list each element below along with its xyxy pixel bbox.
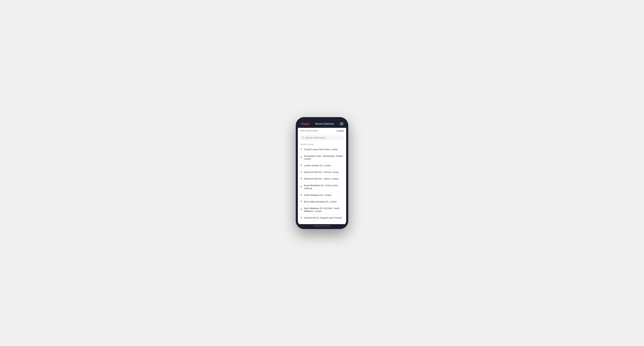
list-item[interactable]: Roehampton Club - Roehampton, Greater Lo… — [298, 153, 346, 163]
course-name: Dukes Meadows GC, London — [304, 194, 332, 197]
list-item[interactable]: Brent Valley Municipal GC, London — [298, 199, 346, 205]
list-item[interactable]: Central London Golf Centre, London — [298, 146, 346, 153]
course-name: Central London Golf Centre, London — [304, 148, 338, 151]
course-name: North Middlesex GC (1011942 - North Midd… — [304, 207, 344, 213]
search-input-wrapper[interactable] — [300, 135, 344, 140]
nearby-courses-section: Nearby courses Central London Golf Centr… — [298, 142, 346, 224]
location-pin-icon — [300, 171, 302, 174]
home-indicator-bar — [313, 225, 331, 226]
header-title: Recent Searches — [315, 122, 334, 125]
search-input[interactable] — [305, 136, 342, 139]
nearby-section-label: Nearby courses — [298, 142, 346, 146]
hamburger-menu-icon[interactable] — [340, 123, 343, 125]
list-item[interactable]: Royal Wimbledon GC, Great London Authori… — [298, 182, 346, 192]
list-item[interactable]: London Scottish GC, London — [298, 163, 346, 169]
course-name: Richmond Park GC - Duke's, London — [304, 177, 338, 180]
location-pin-icon — [300, 156, 302, 159]
location-pin-icon — [300, 200, 302, 203]
location-pin-icon — [300, 185, 302, 188]
course-name: Royal Wimbledon GC, Great London Authori… — [304, 184, 344, 190]
list-item[interactable]: Richmond Park GC - Duke's, London — [298, 176, 346, 182]
course-name: Coombe Hill GC, Kingston upon Thames — [304, 216, 342, 219]
phone-device: clippd Recent Searches Find a Golf Cours… — [296, 117, 348, 229]
find-bar: Find a Golf Course Cancel — [298, 128, 346, 134]
home-indicator-area — [298, 224, 346, 227]
course-name: Richmond Park GC - Prince's, Surrey — [304, 171, 339, 174]
app-logo: clippd — [301, 122, 310, 126]
location-pin-icon — [300, 208, 302, 211]
content-area: Find a Golf Course Cancel Nearby — [298, 128, 346, 224]
location-pin-icon — [300, 194, 302, 197]
list-item[interactable]: Richmond Park GC - Prince's, Surrey — [298, 169, 346, 176]
find-label: Find a Golf Course — [300, 130, 318, 132]
phone-screen: clippd Recent Searches Find a Golf Cours… — [298, 119, 346, 227]
location-pin-icon — [300, 216, 302, 219]
search-icon — [302, 136, 304, 139]
course-name: London Scottish GC, London — [304, 164, 331, 167]
location-pin-icon — [300, 177, 302, 180]
location-pin-icon — [300, 148, 302, 151]
app-header: clippd Recent Searches — [298, 119, 346, 128]
list-item[interactable]: Coombe Hill GC, Kingston upon Thames — [298, 215, 346, 221]
location-pin-icon — [300, 164, 302, 167]
list-item[interactable]: North Middlesex GC (1011942 - North Midd… — [298, 205, 346, 215]
svg-line-1 — [304, 138, 304, 139]
course-name: Brent Valley Municipal GC, London — [304, 200, 336, 203]
course-name: Roehampton Club - Roehampton, Greater Lo… — [304, 155, 344, 161]
list-item[interactable]: Dukes Meadows GC, London — [298, 192, 346, 199]
course-list: Central London Golf Centre, London Roeha… — [298, 146, 346, 221]
search-box-container — [298, 134, 346, 142]
cancel-button[interactable]: Cancel — [337, 130, 344, 132]
